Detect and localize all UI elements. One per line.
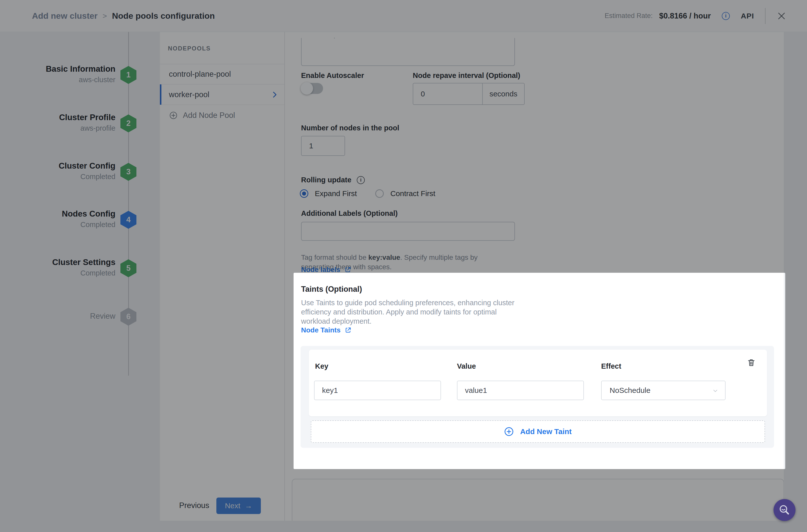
breadcrumb-parent[interactable]: Add new cluster — [32, 11, 98, 21]
step-badge-1: 1 — [120, 66, 136, 84]
rate-info-icon[interactable]: i — [722, 12, 730, 20]
external-link-icon — [344, 266, 351, 273]
step-cluster-profile[interactable]: Cluster Profile aws-profile 2 — [0, 103, 160, 144]
radio-contract-first[interactable] — [375, 189, 384, 198]
add-node-pool-button[interactable]: Add Node Pool — [160, 105, 285, 126]
taint-key-field — [314, 381, 441, 400]
additional-labels-input[interactable] — [302, 222, 514, 240]
delete-taint-icon[interactable] — [747, 358, 755, 368]
breadcrumb: Add new cluster > Node pools configurati… — [32, 11, 215, 21]
step-badge-6: 6 — [120, 308, 136, 326]
main-panel: NODEPOOLS control-plane-pool worker-pool… — [160, 32, 784, 521]
estimated-rate-value: $0.8166 / hour — [659, 12, 711, 20]
repave-unit-label: seconds — [482, 83, 524, 104]
rolling-update-info-icon[interactable]: i — [357, 176, 365, 184]
taints-container: Key Value Effect NoSchedule Add New Tain… — [301, 346, 774, 448]
taint-value-label: Value — [457, 362, 476, 370]
step-basic-information[interactable]: Basic Information aws-cluster 1 — [0, 55, 160, 95]
chevron-right-icon — [270, 90, 279, 101]
taint-key-input[interactable] — [315, 381, 440, 400]
taint-effect-select[interactable]: NoSchedule — [601, 381, 726, 400]
radio-contract-first-label: Contract First — [390, 189, 435, 198]
partial-scrolled-input-clip: p — [301, 38, 515, 66]
arrow-right-icon: → — [245, 501, 252, 510]
close-icon[interactable] — [776, 11, 787, 21]
step-badge-4: 4 — [120, 211, 136, 229]
partial-scrolled-input[interactable]: p — [301, 38, 515, 66]
next-button[interactable]: Next → — [217, 497, 261, 514]
autoscaler-toggle[interactable] — [301, 83, 323, 94]
taints-heading: Taints (Optional) — [301, 285, 362, 294]
taint-row: Key Value Effect NoSchedule — [309, 350, 767, 416]
step-cluster-config[interactable]: Cluster Config Completed 3 — [0, 152, 160, 192]
rolling-update-options: Expand First Contract First — [300, 189, 435, 198]
node-count-label: Number of nodes in the pool — [301, 124, 399, 132]
estimated-rate-label: Estimated Rate: — [605, 12, 653, 20]
top-bar: Add new cluster > Node pools configurati… — [0, 0, 807, 32]
plus-circle-icon — [504, 427, 514, 436]
api-button[interactable]: API — [741, 12, 754, 20]
next-section-card — [292, 479, 784, 521]
step-review[interactable]: Review 6 — [0, 297, 160, 337]
radio-expand-first-label: Expand First — [315, 189, 357, 198]
nodepools-heading: NODEPOOLS — [168, 45, 211, 52]
additional-labels-field — [301, 222, 515, 241]
taint-value-input[interactable] — [457, 381, 583, 400]
breadcrumb-separator-icon: > — [103, 12, 107, 20]
taints-description: Use Taints to guide pod scheduling prefe… — [301, 298, 514, 326]
taint-key-label: Key — [315, 362, 328, 370]
node-labels-link[interactable]: Node labels — [301, 266, 351, 274]
autoscaler-label: Enable Autoscaler — [301, 72, 364, 80]
step-cluster-settings[interactable]: Cluster Settings Completed 5 — [0, 248, 160, 288]
repave-interval-label: Node repave interval (Optional) — [413, 72, 520, 80]
wizard-stepper: Basic Information aws-cluster 1 Cluster … — [0, 32, 160, 532]
repave-interval-input[interactable] — [413, 83, 482, 104]
step-badge-2: 2 — [120, 114, 136, 132]
taint-effect-label: Effect — [601, 362, 621, 370]
rolling-update-label: Rolling update — [301, 176, 351, 184]
breadcrumb-current: Node pools configuration — [112, 11, 215, 21]
step-nodes-config[interactable]: Nodes Config Completed 4 — [0, 200, 160, 240]
previous-button[interactable]: Previous — [179, 501, 209, 510]
toggle-knob — [301, 82, 313, 95]
add-new-taint-button[interactable]: Add New Taint — [311, 420, 765, 443]
header-divider — [765, 8, 766, 24]
node-count-field — [301, 136, 345, 156]
top-bar-actions: Estimated Rate: $0.8166 / hour i API — [605, 8, 787, 24]
step-badge-5: 5 — [120, 259, 136, 277]
taint-value-field — [457, 381, 584, 400]
nodepool-item-control-plane[interactable]: control-plane-pool — [160, 64, 285, 84]
plus-circle-icon — [169, 111, 177, 119]
nodepool-item-worker[interactable]: worker-pool — [160, 84, 285, 105]
repave-interval-group: seconds — [413, 83, 525, 105]
magnifier-smile-icon — [778, 504, 791, 516]
external-link-icon — [344, 327, 352, 334]
node-count-input[interactable] — [302, 136, 344, 155]
step-badge-3: 3 — [120, 163, 136, 181]
nodepools-sidebar: NODEPOOLS control-plane-pool worker-pool… — [160, 32, 285, 521]
additional-labels-label: Additional Labels (Optional) — [301, 209, 398, 217]
radio-expand-first[interactable] — [300, 189, 308, 198]
support-fab-button[interactable] — [773, 499, 795, 521]
chevron-down-icon — [712, 388, 718, 394]
add-cluster-wizard: Add new cluster > Node pools configurati… — [0, 0, 807, 532]
node-taints-link[interactable]: Node Taints — [301, 326, 352, 334]
